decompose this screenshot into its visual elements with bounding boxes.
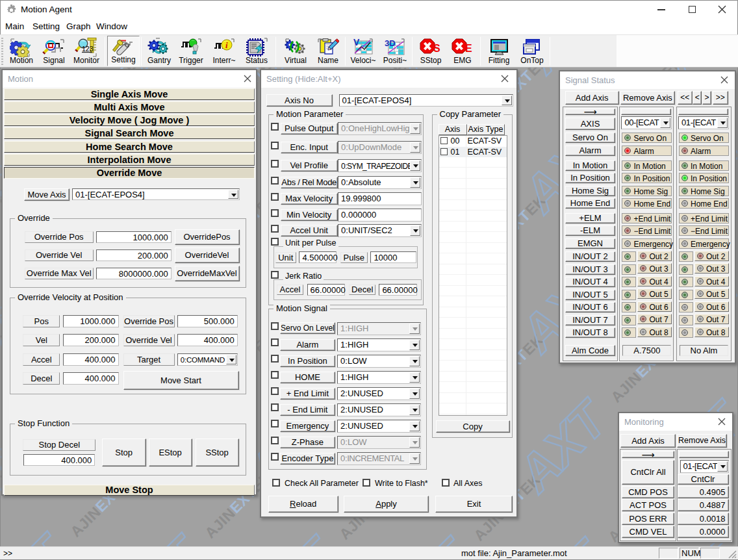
svg-text:3D: 3D: [385, 38, 396, 48]
svg-text:S: S: [433, 43, 440, 54]
svg-text:i: i: [225, 40, 228, 50]
svg-text:E: E: [465, 43, 472, 54]
svg-text:123: 123: [82, 45, 94, 53]
svg-text:V: V: [353, 38, 360, 47]
